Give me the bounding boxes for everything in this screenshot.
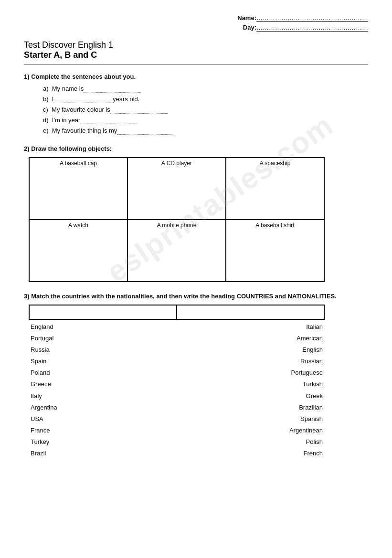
list-item: Turkish (177, 379, 323, 390)
draw-cell: A mobile phone (127, 220, 226, 282)
countries-column: England Portugal Russia Spain Poland Gre… (29, 322, 177, 460)
list-item: France (31, 425, 177, 436)
list-item: e) My favourite thing is my (43, 127, 368, 135)
day-field: Day:……………………………………………… (24, 24, 368, 32)
list-item: Turkey (31, 437, 177, 447)
list-item: Russia (31, 345, 177, 355)
title-line1: Test Discover English 1 (24, 40, 368, 50)
header-block: Name:……………………………………………… Day:………………………………… (24, 14, 368, 32)
list-item: a) My name is (43, 85, 368, 93)
section2-title: 2) Draw the following objects: (24, 145, 368, 152)
list-item: Argentinean (177, 425, 323, 436)
list-item: French (177, 448, 323, 459)
match-col-countries (29, 305, 177, 319)
list-item: c) My favourite colour is (43, 106, 368, 114)
list-item: Greece (31, 379, 177, 390)
list-item: Brazilian (177, 402, 323, 413)
match-columns: England Portugal Russia Spain Poland Gre… (29, 322, 325, 460)
section3-title: 3) Match the countries with the national… (24, 293, 368, 300)
list-item: England (31, 322, 177, 332)
list-item: Polish (177, 437, 323, 447)
title-line2: Starter A, B and C (24, 50, 368, 60)
draw-row: A baseball cap A CD player A spaceship (29, 158, 324, 220)
list-item: Spanish (177, 414, 323, 424)
draw-row: A watch A mobile phone A baseball shirt (29, 220, 324, 282)
name-field: Name:……………………………………………… (24, 14, 368, 22)
section2: 2) Draw the following objects: A basebal… (24, 145, 368, 282)
list-item: Italian (177, 322, 323, 332)
section3: 3) Match the countries with the national… (24, 293, 368, 460)
list-item: b) I years old. (43, 95, 368, 103)
list-item: Portugal (31, 333, 177, 344)
section1: 1) Complete the sentences about you. a) … (24, 73, 368, 135)
list-item: Greek (177, 391, 323, 401)
match-header-row (29, 305, 324, 319)
draw-cell: A spaceship (226, 158, 324, 220)
title-block: Test Discover English 1 Starter A, B and… (24, 40, 368, 60)
draw-grid: A baseball cap A CD player A spaceship A… (29, 157, 325, 282)
draw-cell: A baseball shirt (226, 220, 324, 282)
draw-cell: A watch (29, 220, 127, 282)
nationalities-column: Italian American English Russian Portugu… (177, 322, 325, 460)
list-item: Italy (31, 391, 177, 401)
draw-cell: A baseball cap (29, 158, 127, 220)
list-item: English (177, 345, 323, 355)
sentence-list: a) My name is b) I years old. c) My favo… (24, 85, 368, 135)
list-item: Spain (31, 356, 177, 367)
draw-cell: A CD player (127, 158, 226, 220)
list-item: USA (31, 414, 177, 424)
list-item: Argentina (31, 402, 177, 413)
list-item: Russian (177, 356, 323, 367)
title-divider (24, 64, 368, 64)
list-item: Brazil (31, 448, 177, 459)
section1-title: 1) Complete the sentences about you. (24, 73, 368, 80)
list-item: American (177, 333, 323, 344)
match-header-table (29, 305, 325, 320)
list-item: d) I'm in year (43, 116, 368, 124)
match-col-nationalities (177, 305, 324, 319)
list-item: Poland (31, 368, 177, 378)
list-item: Portuguese (177, 368, 323, 378)
